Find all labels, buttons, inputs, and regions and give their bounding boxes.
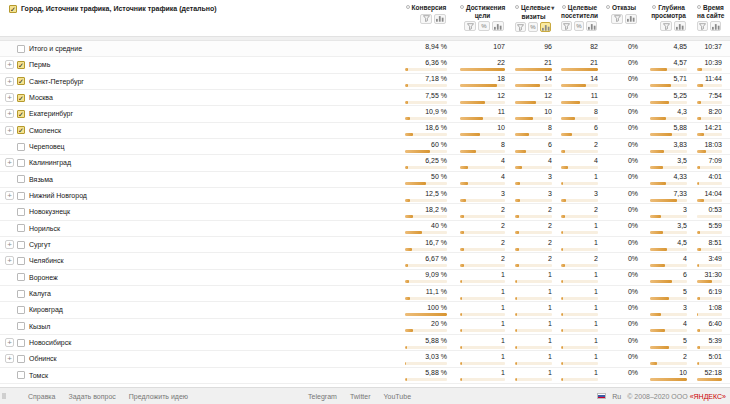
row-checkbox[interactable]: ✓ [17, 110, 25, 118]
bar-chart-icon[interactable] [540, 22, 551, 32]
metric-cell-goal-visits: 3 [505, 188, 552, 203]
value-bar [460, 68, 505, 71]
metric-value: 1:08 [697, 304, 722, 312]
column-header-goal-visitors[interactable]: Целевыепосетители% [552, 0, 598, 36]
metric-cell-bounces: 0% [598, 123, 638, 138]
row-checkbox[interactable] [17, 143, 25, 151]
bar-chart-icon[interactable] [492, 21, 504, 31]
column-header-page-depth[interactable]: Глубинапросмотра [638, 0, 687, 36]
column-header-conversion[interactable]: Конверсия [403, 0, 447, 36]
bar-chart-icon[interactable] [625, 14, 637, 24]
expand-row-button[interactable]: + [5, 158, 14, 167]
value-bar [561, 68, 598, 71]
filter-funnel-icon[interactable] [420, 14, 432, 24]
row-checkbox[interactable] [17, 339, 25, 347]
table-header: ✓ Город, Источник трафика, Источник траф… [0, 0, 730, 36]
ask-question-link[interactable]: Задать вопрос [68, 393, 115, 400]
metric-cell-bounces: 0% [598, 74, 638, 89]
metric-radio-icon[interactable] [406, 5, 410, 9]
row-checkbox[interactable] [17, 241, 25, 249]
metric-cell-goal-visitors: 8 [552, 106, 598, 121]
filter-funnel-icon[interactable] [464, 21, 476, 31]
yandex-company-link[interactable]: «ЯНДЕКС» [690, 393, 726, 400]
row-checkbox[interactable] [17, 257, 25, 265]
metric-radio-icon[interactable] [652, 5, 656, 9]
expand-row-button[interactable]: + [5, 256, 14, 265]
row-checkbox[interactable] [17, 159, 25, 167]
metric-radio-icon[interactable] [697, 5, 701, 9]
expand-row-button[interactable]: + [5, 126, 14, 135]
metric-cell-goal-visits: 3 [505, 172, 552, 187]
row-checkbox[interactable]: ✓ [17, 61, 25, 69]
value-bar [515, 182, 552, 185]
metric-value: 4 [460, 173, 505, 181]
language-switcher[interactable]: Ru [612, 393, 621, 400]
row-checkbox[interactable]: ✓ [17, 126, 25, 134]
column-header-goal-visits[interactable]: Целевые▾визиты% [505, 0, 552, 36]
metric-cell-goal-reaches: 11 [447, 106, 505, 121]
value-bar [515, 166, 552, 169]
row-checkbox[interactable] [17, 273, 25, 281]
metric-radio-icon[interactable] [515, 5, 519, 9]
expand-row-button[interactable]: + [5, 93, 14, 102]
row-checkbox[interactable]: ✓ [17, 77, 25, 85]
expand-row-button[interactable]: + [5, 354, 14, 363]
percent-icon[interactable]: % [528, 22, 539, 32]
percent-icon[interactable]: % [478, 21, 490, 31]
expand-row-button[interactable]: + [5, 77, 14, 86]
twitter-link[interactable]: Twitter [350, 393, 371, 400]
row-checkbox[interactable] [17, 208, 25, 216]
metric-radio-icon[interactable] [562, 5, 566, 9]
metric-cell-time-on-site: 3:49 [687, 253, 722, 268]
metric-value: 8:51 [697, 239, 722, 247]
bar-chart-icon[interactable] [710, 21, 721, 31]
row-checkbox[interactable] [17, 45, 25, 53]
percent-icon[interactable]: % [574, 21, 585, 31]
filter-funnel-icon[interactable] [561, 21, 572, 31]
metric-value: 5,25 [650, 92, 687, 100]
bar-chart-icon[interactable] [586, 21, 597, 31]
metric-cell-bounces: 0% [598, 286, 638, 301]
column-header-goal-reaches[interactable]: Достиженияцели% [447, 0, 505, 36]
row-checkbox[interactable] [17, 371, 25, 379]
metric-radio-icon[interactable] [460, 5, 464, 9]
expand-row-button[interactable]: + [5, 191, 14, 200]
value-bar [561, 297, 598, 300]
column-header-bounces[interactable]: Отказы [598, 0, 638, 36]
expand-row-button[interactable]: + [5, 109, 14, 118]
filter-funnel-icon[interactable] [660, 21, 672, 31]
telegram-link[interactable]: Telegram [308, 393, 337, 400]
value-bar [460, 264, 505, 267]
row-checkbox[interactable]: ✓ [17, 94, 25, 102]
bar-chart-icon[interactable] [674, 21, 686, 31]
expand-row-button[interactable]: + [5, 338, 14, 347]
filter-funnel-icon[interactable] [697, 21, 708, 31]
row-checkbox[interactable] [17, 355, 25, 363]
filter-funnel-icon[interactable] [611, 14, 623, 24]
youtube-link[interactable]: YouTube [384, 393, 412, 400]
metric-radio-icon[interactable] [606, 5, 610, 9]
metric-cell-page-depth: 3,5 [638, 221, 687, 236]
expand-row-button[interactable]: + [5, 60, 14, 69]
row-checkbox[interactable] [17, 192, 25, 200]
metric-cell-goal-reaches: 107 [447, 41, 505, 56]
metric-cell-conversion: 7,55 % [403, 90, 447, 105]
row-label: Кызыл [29, 323, 50, 330]
value-bar [515, 150, 552, 153]
column-header-time-on-site[interactable]: Времяна сайте [687, 0, 722, 36]
value-bar [460, 117, 505, 120]
row-checkbox[interactable] [17, 322, 25, 330]
row-checkbox[interactable] [17, 224, 25, 232]
expand-row-button[interactable]: + [5, 240, 14, 249]
value-bar [515, 248, 552, 251]
help-link[interactable]: Справка [28, 393, 55, 400]
row-checkbox[interactable] [17, 290, 25, 298]
filter-funnel-icon[interactable] [515, 22, 526, 32]
metric-value: 21 [515, 59, 552, 67]
suggest-idea-link[interactable]: Предложить идею [129, 393, 188, 400]
row-checkbox[interactable] [17, 175, 25, 183]
row-checkbox[interactable] [17, 306, 25, 314]
value-bar [515, 68, 552, 71]
bar-chart-icon[interactable] [434, 14, 446, 24]
select-all-checkbox[interactable]: ✓ [9, 5, 17, 13]
